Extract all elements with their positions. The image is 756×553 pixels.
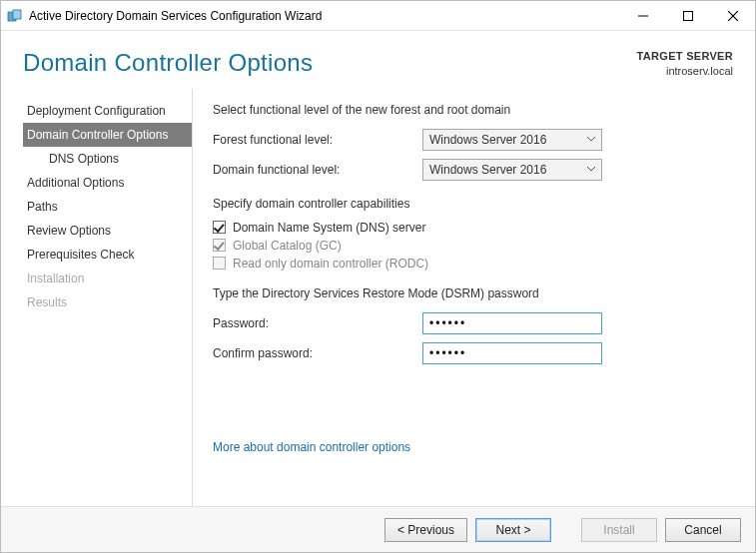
nav-results: Results — [23, 290, 192, 314]
domain-functional-value: Windows Server 2016 — [429, 163, 546, 177]
domain-functional-select[interactable]: Windows Server 2016 — [422, 159, 602, 181]
password-input[interactable] — [422, 312, 602, 334]
functional-level-heading: Select functional level of the new fores… — [213, 103, 727, 117]
password-label: Password: — [213, 316, 422, 330]
functional-level-section: Select functional level of the new fores… — [213, 103, 727, 181]
nav-prerequisites-check[interactable]: Prerequisites Check — [23, 243, 192, 267]
target-server-label: TARGET SERVER — [637, 49, 733, 64]
domain-functional-label: Domain functional level: — [213, 163, 422, 177]
nav-review-options[interactable]: Review Options — [23, 219, 192, 243]
nav-dns-options[interactable]: DNS Options — [23, 147, 192, 171]
chevron-down-icon — [587, 167, 595, 172]
dsrm-section: Type the Directory Services Restore Mode… — [213, 286, 727, 364]
nav-additional-options[interactable]: Additional Options — [23, 171, 192, 195]
more-about-link[interactable]: More about domain controller options — [213, 440, 410, 454]
content-pane: Select functional level of the new fores… — [193, 89, 755, 506]
previous-button[interactable]: < Previous — [384, 518, 467, 542]
titlebar: Active Directory Domain Services Configu… — [1, 1, 755, 31]
header: Domain Controller Options TARGET SERVER … — [1, 31, 755, 89]
install-button: Install — [581, 518, 657, 542]
page-title: Domain Controller Options — [23, 49, 637, 77]
target-server-value: introserv.local — [637, 64, 733, 79]
svg-rect-1 — [13, 10, 21, 19]
svg-rect-3 — [683, 11, 692, 20]
checkbox-dns[interactable]: Domain Name System (DNS) server — [213, 221, 727, 235]
checkbox-icon — [213, 239, 226, 252]
checkbox-icon — [213, 257, 226, 270]
nav-domain-controller-options[interactable]: Domain Controller Options — [23, 123, 192, 147]
checkbox-rodc-label: Read only domain controller (RODC) — [233, 257, 428, 271]
capabilities-heading: Specify domain controller capabilities — [213, 197, 727, 211]
nav-sidebar: Deployment Configuration Domain Controll… — [23, 89, 193, 506]
checkbox-rodc: Read only domain controller (RODC) — [213, 257, 727, 271]
body: Deployment Configuration Domain Controll… — [1, 89, 755, 506]
checkbox-icon — [213, 221, 226, 234]
chevron-down-icon — [587, 137, 595, 142]
checkbox-gc-label: Global Catalog (GC) — [233, 239, 342, 253]
nav-deployment-configuration[interactable]: Deployment Configuration — [23, 99, 192, 123]
checkbox-dns-label: Domain Name System (DNS) server — [233, 221, 425, 235]
capabilities-section: Specify domain controller capabilities D… — [213, 197, 727, 271]
wizard-window: Active Directory Domain Services Configu… — [0, 0, 756, 553]
app-icon — [7, 8, 23, 24]
next-button[interactable]: Next > — [475, 518, 551, 542]
confirm-password-input[interactable] — [422, 342, 602, 364]
nav-paths[interactable]: Paths — [23, 195, 192, 219]
maximize-button[interactable] — [665, 1, 710, 30]
cancel-button[interactable]: Cancel — [665, 518, 741, 542]
window-buttons — [620, 1, 755, 30]
window-title: Active Directory Domain Services Configu… — [29, 9, 620, 23]
forest-functional-label: Forest functional level: — [213, 133, 422, 147]
nav-installation: Installation — [23, 267, 192, 290]
dsrm-heading: Type the Directory Services Restore Mode… — [213, 286, 727, 300]
forest-functional-select[interactable]: Windows Server 2016 — [422, 129, 602, 151]
footer: < Previous Next > Install Cancel — [1, 506, 755, 552]
forest-functional-value: Windows Server 2016 — [429, 133, 546, 147]
minimize-button[interactable] — [620, 1, 665, 30]
confirm-password-label: Confirm password: — [213, 346, 422, 360]
checkbox-gc: Global Catalog (GC) — [213, 239, 727, 253]
target-server-block: TARGET SERVER introserv.local — [637, 49, 733, 79]
close-button[interactable] — [710, 1, 755, 30]
